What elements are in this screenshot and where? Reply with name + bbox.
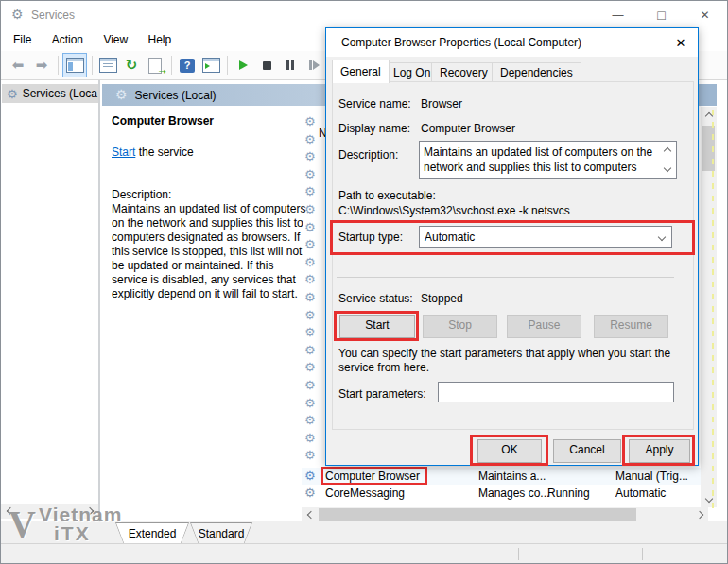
scroll-down-button[interactable] (661, 165, 674, 174)
service-row-icon: ⚙ (304, 470, 316, 482)
service-name-label: Service name: (338, 97, 411, 111)
chevron-left-icon (306, 511, 314, 519)
toolbar-separator (58, 56, 59, 75)
chevron-down-icon (658, 233, 666, 241)
path-value: C:\Windows\System32\svchost.exe -k netsv… (338, 204, 570, 217)
chevron-down-icon (664, 164, 671, 172)
startup-type-label: Startup type: (338, 231, 403, 244)
tab-general[interactable]: General (332, 60, 390, 83)
tab-standard[interactable]: Standard (190, 522, 252, 544)
service-gear-icon: ⚙ (304, 202, 316, 216)
pause-service-button[interactable] (279, 54, 302, 77)
service-gear-icon: ⚙ (304, 413, 316, 427)
dialog-titlebar: Computer Browser Properties (Local Compu… (326, 28, 698, 57)
window-title: Services (31, 9, 75, 22)
properties-button[interactable] (96, 54, 119, 77)
refresh-button[interactable]: ↻ (120, 54, 143, 77)
tab-extended[interactable]: Extended (115, 522, 189, 544)
start-service-button[interactable] (232, 54, 254, 77)
gear-column: ⚙⚙⚙⚙⚙⚙⚙⚙⚙⚙⚙⚙⚙⚙⚙⚙⚙⚙⚙⚙ (304, 114, 319, 466)
minimize-button[interactable]: — (597, 2, 639, 28)
service-gear-icon: ⚙ (304, 360, 316, 374)
cancel-button[interactable]: Cancel (553, 439, 621, 463)
start-button[interactable]: Start (339, 315, 415, 338)
status-separator (642, 548, 643, 560)
row-startup-type: Manual (Trig... (615, 470, 699, 483)
help-icon: ? (180, 59, 195, 73)
extended-view-button[interactable] (199, 54, 222, 77)
properties-dialog: Computer Browser Properties (Local Compu… (325, 27, 699, 466)
service-name-value: Browser (421, 97, 462, 111)
tree-item-services-local[interactable]: ⚙ Services (Loca (2, 84, 98, 103)
export-list-button[interactable] (144, 54, 166, 77)
window-titlebar: ⚙ Services — □ ✕ (1, 1, 727, 29)
scroll-up-button[interactable] (661, 145, 674, 154)
maximize-button[interactable]: □ (640, 2, 683, 28)
restart-service-button[interactable] (303, 54, 325, 77)
header-right-sliver (699, 84, 717, 106)
service-gear-icon: ⚙ (304, 167, 316, 181)
start-parameters-label: Start parameters: (338, 387, 426, 401)
resume-button[interactable]: Resume (594, 315, 668, 338)
services-app-icon: ⚙ (11, 9, 24, 21)
display-name-label: Display name: (338, 122, 410, 135)
menu-view[interactable]: View (95, 29, 136, 51)
chevron-right-icon (85, 507, 93, 515)
stop-button[interactable]: Stop (423, 315, 497, 338)
back-button[interactable]: ⬅ (7, 54, 29, 77)
menu-help[interactable]: Help (140, 29, 181, 51)
tab-recovery[interactable]: Recovery (431, 62, 496, 83)
ok-button[interactable]: OK (477, 439, 542, 463)
close-button[interactable]: ✕ (684, 2, 726, 28)
service-gear-icon: ⚙ (304, 184, 316, 198)
service-gear-icon: ⚙ (304, 149, 316, 163)
stop-icon (263, 61, 271, 70)
dialog-close-button[interactable]: ✕ (666, 30, 696, 57)
menu-file[interactable]: File (5, 29, 40, 51)
service-gear-icon: ⚙ (304, 220, 316, 234)
tab-dependencies[interactable]: Dependencies (492, 62, 581, 83)
chevron-left-icon (6, 507, 13, 515)
restart-icon (309, 60, 312, 70)
apply-button[interactable]: Apply (629, 439, 690, 463)
scroll-right-button[interactable] (83, 504, 98, 519)
service-gear-icon: ⚙ (304, 378, 316, 392)
scroll-left-button[interactable] (302, 507, 317, 522)
tab-standard-label: Standard (199, 527, 245, 540)
list-vertical-scrollbar[interactable] (701, 107, 717, 507)
row-name: CoreMessaging (325, 487, 405, 500)
scrollbar-thumb[interactable] (319, 508, 636, 521)
stop-service-button[interactable] (255, 54, 278, 77)
table-row[interactable]: ⚙ CoreMessaging Manages co... Running Au… (302, 485, 701, 503)
scroll-right-button[interactable] (693, 507, 708, 522)
restart-icon (313, 60, 320, 70)
menu-action[interactable]: Action (43, 29, 92, 51)
service-gear-icon: ⚙ (304, 114, 316, 128)
description-field[interactable]: Maintains an updated list of computers o… (419, 141, 677, 179)
path-label: Path to executable: (338, 189, 436, 202)
scroll-down-button[interactable] (701, 492, 717, 507)
service-row-icon: ⚙ (304, 487, 316, 499)
services-local-title: Services (Local) (135, 89, 217, 102)
scroll-up-button[interactable] (701, 107, 717, 122)
scroll-left-button[interactable] (1, 504, 16, 519)
console-tree-icon (66, 58, 84, 73)
console-tree-pane: ⚙ Services (Loca (1, 80, 100, 521)
startup-type-dropdown[interactable]: Automatic (419, 226, 672, 248)
start-service-link[interactable]: Start (112, 145, 135, 159)
show-console-tree-button[interactable] (62, 53, 87, 77)
start-parameters-input[interactable] (438, 382, 674, 402)
list-horizontal-scrollbar[interactable] (302, 507, 708, 522)
row-startup-type: Automatic (615, 487, 666, 500)
tree-horizontal-scrollbar[interactable] (1, 504, 98, 519)
status-bar (1, 543, 727, 563)
forward-button[interactable]: ➡ (30, 54, 53, 77)
help-button[interactable]: ? (176, 54, 199, 77)
window-play-icon (202, 58, 220, 73)
divider (337, 277, 674, 278)
description-field-text: Maintains an updated list of computers o… (424, 145, 655, 175)
start-service-suffix: the service (135, 145, 193, 159)
service-gear-icon: ⚙ (304, 290, 316, 304)
pause-button[interactable]: Pause (507, 315, 581, 338)
service-gear-icon: ⚙ (304, 325, 316, 339)
